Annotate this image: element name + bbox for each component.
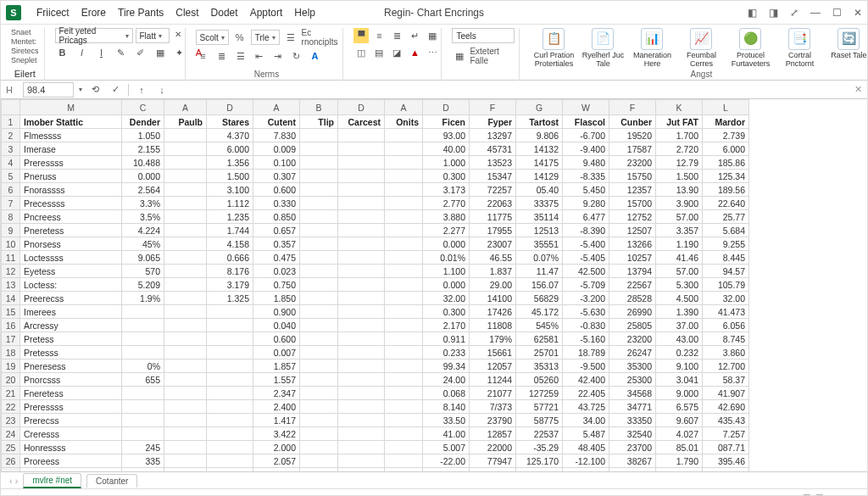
sheet-tab-2[interactable]: Cotanter <box>86 474 137 488</box>
cell[interactable]: 3.5% <box>122 210 164 224</box>
row-header[interactable]: 6 <box>2 183 20 197</box>
cell[interactable]: 0.000 <box>423 278 470 292</box>
cell[interactable] <box>164 332 207 346</box>
cell[interactable]: 3.041 <box>656 373 703 387</box>
cell[interactable] <box>338 305 385 319</box>
clear-format-icon[interactable]: ✕ <box>172 28 184 40</box>
row-header[interactable]: 15 <box>2 305 20 319</box>
cell[interactable]: 10257 <box>609 251 656 265</box>
cell[interactable]: 15700 <box>609 197 656 210</box>
cell[interactable]: 0.068 <box>423 387 470 400</box>
cell[interactable]: 33375 <box>516 197 563 210</box>
cell[interactable] <box>338 454 385 468</box>
cell[interactable]: 29.00 <box>470 278 516 292</box>
cell[interactable] <box>385 156 423 170</box>
cell[interactable]: 43.00 <box>656 332 703 346</box>
cell[interactable]: -5.160 <box>563 332 609 346</box>
cell[interactable]: 0.330 <box>253 197 300 210</box>
cell[interactable] <box>385 129 423 142</box>
menu-clest[interactable]: Clest <box>175 7 198 19</box>
cell[interactable]: 35300 <box>609 359 656 373</box>
cell[interactable]: 22537 <box>516 427 563 441</box>
close-fbar-icon[interactable]: ✕ <box>854 84 862 95</box>
row-header[interactable]: 26 <box>2 454 20 468</box>
cell[interactable] <box>207 441 253 454</box>
cell[interactable] <box>207 332 253 346</box>
font-name-combo[interactable]: Feit yeted Pricags▾ <box>55 28 133 43</box>
cell[interactable] <box>385 427 423 441</box>
window-control-icon[interactable]: ✕ <box>854 7 862 19</box>
cell[interactable]: 5.487 <box>563 427 609 441</box>
trle-combo[interactable]: Trle▾ <box>251 30 280 45</box>
cell[interactable] <box>385 441 423 454</box>
cell[interactable]: 6.000 <box>703 142 749 156</box>
cell[interactable]: 13297 <box>470 129 516 142</box>
cell[interactable]: 15750 <box>609 170 656 183</box>
cellfmt-icon-4[interactable]: ▲ <box>407 45 422 60</box>
cell[interactable]: Pnorsess <box>20 237 122 251</box>
cell[interactable]: 0.232 <box>656 346 703 359</box>
cell[interactable] <box>164 454 207 468</box>
cell[interactable]: Preerecss <box>20 292 122 305</box>
cell[interactable]: 9.480 <box>563 156 609 170</box>
cell[interactable] <box>300 427 338 441</box>
ribbon-bigbtn[interactable]: 📋Curl Pration Protertiales <box>530 28 577 69</box>
ribbon-bigbtn[interactable]: 📄Ryelherl Juc Tale <box>579 28 626 69</box>
cell[interactable] <box>300 332 338 346</box>
cell[interactable]: -5.709 <box>563 278 609 292</box>
header-cell[interactable]: Tlip <box>300 115 338 129</box>
window-control-icon[interactable]: ⤢ <box>790 7 798 19</box>
scale-combo[interactable]: Scolt▾ <box>196 30 229 45</box>
cell[interactable]: Pncreess <box>20 210 122 224</box>
cell[interactable]: -8.335 <box>563 170 609 183</box>
fill-icon[interactable]: ✦ <box>172 45 187 60</box>
wrap-icon[interactable]: ↵ <box>407 28 422 43</box>
cell[interactable]: 17426 <box>470 305 516 319</box>
cell[interactable] <box>338 197 385 210</box>
select-all-corner[interactable] <box>2 100 20 115</box>
cell[interactable]: 4.224 <box>122 224 164 237</box>
cell[interactable] <box>207 414 253 427</box>
cell[interactable] <box>164 156 207 170</box>
cell[interactable]: 1.700 <box>656 129 703 142</box>
cell[interactable]: 1.112 <box>207 197 253 210</box>
cell[interactable]: Pretess <box>20 332 122 346</box>
cell[interactable]: 42.500 <box>563 265 609 278</box>
column-header[interactable]: A <box>164 100 207 115</box>
cell[interactable] <box>338 427 385 441</box>
cell[interactable] <box>338 237 385 251</box>
cell[interactable] <box>338 156 385 170</box>
cell[interactable]: 12752 <box>609 210 656 224</box>
cell[interactable]: 0.000 <box>122 170 164 183</box>
header-cell[interactable]: Carcest <box>338 115 385 129</box>
cell[interactable]: Loctessss <box>20 251 122 265</box>
cell[interactable]: 1.837 <box>470 265 516 278</box>
cell[interactable] <box>338 400 385 414</box>
cell[interactable] <box>300 346 338 359</box>
cell[interactable]: 1.417 <box>253 414 300 427</box>
cell[interactable] <box>338 129 385 142</box>
column-header[interactable]: B <box>300 100 338 115</box>
extetert-label[interactable]: Extetert Falle <box>470 47 514 65</box>
cell[interactable]: 0.07% <box>516 251 563 265</box>
cell[interactable]: 13794 <box>609 265 656 278</box>
align-left-icon[interactable]: ≡ <box>196 48 211 64</box>
cell[interactable] <box>300 454 338 468</box>
cell[interactable]: 11.47 <box>516 265 563 278</box>
cell[interactable]: Pnorcsss <box>20 373 122 387</box>
window-control-icon[interactable]: ☐ <box>832 7 842 19</box>
cell[interactable]: 13523 <box>470 156 516 170</box>
cell[interactable]: Eyetess <box>20 265 122 278</box>
cell[interactable]: 545% <box>516 319 563 332</box>
cell[interactable]: 9.280 <box>563 197 609 210</box>
cell[interactable] <box>207 373 253 387</box>
ribbon-file-line[interactable]: Snaet <box>11 28 31 36</box>
cell[interactable]: 12513 <box>516 224 563 237</box>
cell[interactable]: 125.170 <box>516 454 563 468</box>
cell[interactable]: Pneretess <box>20 224 122 237</box>
cell[interactable]: 0.300 <box>423 170 470 183</box>
cell[interactable]: 94.57 <box>703 265 749 278</box>
header-cell[interactable]: Imober Stattic <box>20 115 122 129</box>
percent-icon[interactable]: % <box>232 30 248 45</box>
teels-box[interactable]: Teels <box>452 28 515 43</box>
